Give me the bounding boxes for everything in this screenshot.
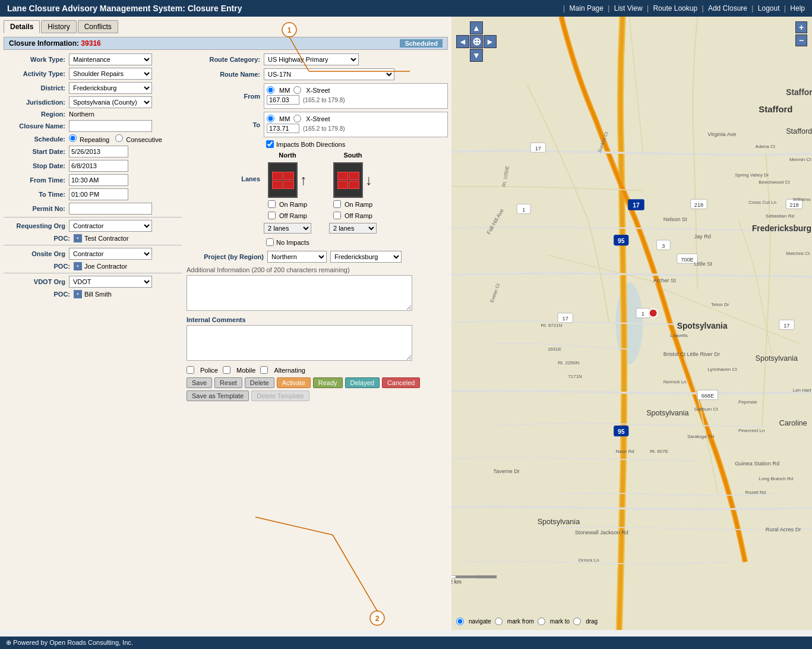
map-zoom-in-button[interactable]: + <box>795 21 807 33</box>
map-mark-to-radio[interactable] <box>538 618 545 625</box>
canceled-button[interactable]: Canceled <box>382 377 420 388</box>
onsite-org-select[interactable]: Contractor <box>69 248 152 260</box>
requesting-poc-add-icon[interactable]: + <box>74 234 82 242</box>
south-lane-diagram <box>333 162 363 198</box>
closure-name-input[interactable] <box>69 120 152 132</box>
north-lanes-select[interactable]: 2 lanes <box>264 223 311 234</box>
schedule-consecutive-radio[interactable] <box>115 134 123 142</box>
south-lanes-select[interactable]: 2 lanes <box>329 223 377 234</box>
save-as-template-button[interactable]: Save as Template <box>187 390 249 401</box>
to-mm-input[interactable] <box>267 124 299 133</box>
south-lane-cells <box>336 170 361 191</box>
from-label: From <box>187 93 264 100</box>
closure-info-label: Closure Information: 39316 <box>9 39 101 48</box>
from-xstreet-radio[interactable] <box>293 86 301 94</box>
internal-comments-textarea[interactable] <box>187 325 412 361</box>
svg-text:Stafford: Stafford <box>786 88 812 97</box>
delete-button[interactable]: Delete <box>245 377 274 388</box>
lanes-columns: North ↑ <box>264 152 377 234</box>
work-type-select[interactable]: Maintenance <box>69 53 152 65</box>
north-on-ramp-checkbox[interactable] <box>268 200 276 208</box>
police-checkbox[interactable] <box>187 366 194 374</box>
alternating-checkbox[interactable] <box>260 366 268 374</box>
onsite-poc-add-icon[interactable]: + <box>74 262 82 270</box>
svg-text:Rozell Rd: Rozell Rd <box>745 490 766 495</box>
district-select[interactable]: Fredericksburg <box>69 82 152 94</box>
north-cell-1 <box>272 172 283 180</box>
permit-no-row: Permit No: <box>4 203 182 215</box>
map-pan-left-button[interactable]: ◄ <box>456 35 469 48</box>
map-container[interactable]: 95 95 17 <box>451 17 812 630</box>
map-pan-up-button[interactable]: ▲ <box>470 21 483 34</box>
vdot-poc-add-icon[interactable]: + <box>74 290 82 298</box>
svg-text:Saratoga TH: Saratoga TH <box>687 434 715 439</box>
to-label: To <box>187 121 264 128</box>
permit-no-input[interactable] <box>69 203 152 215</box>
from-mm-range: (165.2 to 179.8) <box>303 97 345 103</box>
north-off-ramp-checkbox[interactable] <box>268 212 276 219</box>
map-drag-radio[interactable] <box>573 618 581 625</box>
tab-conflicts[interactable]: Conflicts <box>78 20 118 33</box>
svg-text:Melchris Ct: Melchris Ct <box>786 251 810 256</box>
schedule-repeating-radio[interactable] <box>69 134 77 142</box>
save-button[interactable]: Save <box>187 377 212 388</box>
tab-details[interactable]: Details <box>4 20 40 33</box>
no-impacts-row: No Impacts <box>187 238 448 246</box>
project-region-select[interactable]: Northern <box>267 251 327 263</box>
svg-text:Orrock Ln: Orrock Ln <box>578 557 599 563</box>
map-mark-to-label: mark to <box>550 618 570 625</box>
map-pan-down-button[interactable]: ▼ <box>470 49 483 62</box>
nav-list-view[interactable]: List View <box>614 4 643 12</box>
nav-add-closure[interactable]: Add Closure <box>708 4 747 12</box>
to-time-input[interactable] <box>69 188 128 200</box>
police-label: Police <box>200 367 218 374</box>
stop-date-input[interactable] <box>69 160 128 172</box>
activate-button[interactable]: Activate <box>277 377 311 388</box>
stop-date-row: Stop Date: <box>4 160 182 172</box>
route-category-label: Route Category: <box>187 56 264 63</box>
svg-text:Leavells: Leavells <box>670 333 687 338</box>
activity-type-select[interactable]: Shoulder Repairs <box>69 68 152 80</box>
to-mm-radio[interactable] <box>267 115 274 122</box>
south-off-ramp-checkbox[interactable] <box>333 212 341 219</box>
divider-2 <box>4 245 182 245</box>
to-xstreet-radio[interactable] <box>293 115 301 122</box>
map-area[interactable]: 95 95 17 <box>451 17 812 630</box>
delayed-button[interactable]: Delayed <box>345 377 380 388</box>
svg-text:7171N: 7171N <box>568 374 582 379</box>
alternating-label: Alternating <box>274 367 305 374</box>
south-cell-2 <box>349 172 359 180</box>
ready-button[interactable]: Ready <box>313 377 343 388</box>
schedule-row: Schedule: Repeating Consecutive <box>4 134 182 143</box>
nav-help[interactable]: Help <box>790 4 805 12</box>
route-name-select[interactable]: US-17N <box>264 68 394 80</box>
map-center-button[interactable]: ⊕ <box>470 35 483 48</box>
route-category-select[interactable]: US Highway Primary <box>264 53 359 65</box>
reset-button[interactable]: Reset <box>214 377 242 388</box>
start-date-input[interactable] <box>69 146 128 157</box>
requesting-org-select[interactable]: Contractor <box>69 220 152 232</box>
jurisdiction-select[interactable]: Spotsylvania (County) <box>69 96 152 108</box>
from-mm-input[interactable] <box>267 95 299 105</box>
vdot-org-select[interactable]: VDOT <box>69 276 152 288</box>
map-pan-right-button[interactable]: ► <box>484 35 497 48</box>
impacts-both-checkbox[interactable] <box>266 140 274 148</box>
map-navigate-radio[interactable] <box>456 618 464 625</box>
tab-history[interactable]: History <box>41 20 76 33</box>
mobile-checkbox[interactable] <box>223 366 230 374</box>
route-category-row: Route Category: US Highway Primary <box>187 53 448 65</box>
nav-logout[interactable]: Logout <box>758 4 780 12</box>
svg-text:Stafford: Stafford <box>759 105 792 114</box>
no-impacts-checkbox[interactable] <box>266 238 274 246</box>
addl-info-textarea[interactable] <box>187 275 412 311</box>
from-time-input[interactable] <box>69 174 128 186</box>
map-zoom-out-button[interactable]: − <box>795 34 807 46</box>
nav-main-page[interactable]: Main Page <box>570 4 604 12</box>
onsite-org-poc-row: POC: + Joe Contractor <box>4 262 182 270</box>
south-on-ramp-checkbox[interactable] <box>333 200 341 208</box>
schedule-repeating-label: Repeating <box>69 134 109 143</box>
nav-route-lookup[interactable]: Route Lookup <box>653 4 697 12</box>
from-mm-radio[interactable] <box>267 86 274 94</box>
map-mark-from-radio[interactable] <box>495 618 503 625</box>
project-district-select[interactable]: Fredericksburg <box>330 251 402 263</box>
